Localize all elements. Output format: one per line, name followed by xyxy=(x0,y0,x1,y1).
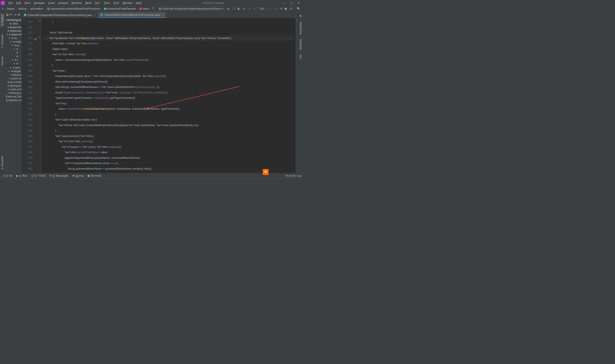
event-log-icon: ◔ xyxy=(285,174,288,177)
tool-tab-database[interactable]: Database xyxy=(299,38,303,51)
git-revert-icon[interactable]: ▣ xyxy=(284,7,287,10)
gear-icon[interactable]: ⚙ xyxy=(18,13,20,16)
tree-node[interactable]: ▾■ xyxy=(5,47,22,51)
left-tool-strip: 1: Project7: StructureCommit2: Favorites xyxy=(0,12,5,173)
menu-analyze[interactable]: Analyze xyxy=(57,1,70,5)
minimize-icon[interactable]: — xyxy=(283,1,285,4)
error-stripe[interactable]: ✓ xyxy=(295,18,298,173)
menu-build[interactable]: Build xyxy=(84,1,93,5)
menu-file[interactable]: File xyxy=(7,1,14,5)
code-content[interactable]: } "anno">@Override "kw">protected "kw">v… xyxy=(41,18,295,173)
tree-node[interactable]: ■.idea xyxy=(5,22,22,26)
breadcrumb-item[interactable]: beans xyxy=(6,7,18,11)
tree-node[interactable]: ■ xyxy=(5,54,22,58)
bottom-tool-todo[interactable]: ☑6: TODO xyxy=(31,174,46,177)
tree-node[interactable]: mpom.xml xyxy=(5,88,22,91)
chevron-down-icon[interactable]: ▾ xyxy=(15,13,16,16)
tree-node[interactable]: ▸■test xyxy=(5,66,22,69)
tree-node[interactable]: ■ xyxy=(5,51,22,54)
tree-node[interactable]: External Libra xyxy=(5,95,22,98)
bottom-tool-terminal[interactable]: ▣Terminal xyxy=(87,174,101,177)
menu-edit[interactable]: Edit xyxy=(15,1,22,5)
tree-node[interactable]: ▾■dependen xyxy=(5,33,22,36)
menu-refactor[interactable]: Refactor xyxy=(70,1,83,5)
git-update-icon[interactable]: ↙ xyxy=(275,7,278,10)
menu-vcs[interactable]: VCS xyxy=(112,1,121,5)
coverage-icon[interactable]: ◧ xyxy=(237,7,241,11)
tree-node[interactable]: ▪depenc xyxy=(5,73,22,77)
menu-code[interactable]: Code xyxy=(47,1,56,5)
close-tab-icon[interactable]: × xyxy=(162,13,164,16)
menu-tools[interactable]: Tools xyxy=(102,1,111,5)
menu-window[interactable]: Window xyxy=(121,1,134,5)
editor-tab[interactable]: ExternalConfigurationDependencySourceDem… xyxy=(22,12,98,18)
tree-node[interactable]: ▾thinking-in-s xyxy=(5,18,22,22)
close-tab-icon[interactable]: × xyxy=(94,13,96,17)
bottom-tool-spring[interactable]: ❀Spring xyxy=(72,174,84,177)
run-config-label: ExternalConfigurationDependencySourceDem… xyxy=(162,7,221,10)
tree-node[interactable]: ■spring-be xyxy=(5,84,22,88)
git-push-icon[interactable]: ✓ xyxy=(271,7,273,10)
navigation-bar: kbeansfactoryannotation AutowiredAnnotat… xyxy=(0,6,303,12)
status-bar: ▢ Build completed successfully in 1 s 60… xyxy=(0,178,303,179)
event-log-button[interactable]: ◔ Event Log xyxy=(285,174,301,177)
breadcrumb-item[interactable]: factory xyxy=(18,7,30,11)
breadcrumb-item[interactable]: inject xyxy=(139,7,150,11)
run-config-selector[interactable]: ExternalConfigurationDependencySourceDem… xyxy=(157,6,225,11)
bottom-tool-messages[interactable]: ✉0: Messages xyxy=(50,174,68,177)
tool-tab-m[interactable]: m xyxy=(299,13,303,18)
tree-node[interactable]: ▾■main xyxy=(5,40,22,43)
tree-node[interactable]: mpom.xm xyxy=(5,77,22,80)
tool-tab-ant[interactable]: Ant xyxy=(299,53,303,60)
breadcrumb-item[interactable]: AutowiredFieldElement xyxy=(103,7,139,11)
search-icon[interactable]: 🔍 xyxy=(297,7,300,10)
tree-node[interactable]: ▪thinking-ir xyxy=(5,91,22,95)
tree-node[interactable]: ▾■ xyxy=(5,62,22,65)
ime-badge[interactable]: 中 xyxy=(263,169,269,175)
editor-tabs: ExternalConfigurationDependencySourceDem… xyxy=(22,12,298,18)
attach-icon[interactable]: ⋯ xyxy=(247,7,251,11)
tool-tab-project[interactable]: 1: Project xyxy=(0,13,4,27)
tool-tab-commit[interactable]: Commit xyxy=(0,55,4,67)
tree-node[interactable]: ■ioc-contai xyxy=(5,80,22,84)
menu-navigate[interactable]: Navigate xyxy=(32,1,46,5)
run-icon[interactable]: ▶ xyxy=(227,7,230,11)
vcs-toolbar: Git: ✓ ✓ ↙ ↺ ▣ ⎇ 🔍 xyxy=(256,7,302,11)
git-commit-icon[interactable]: ✓ xyxy=(267,7,269,10)
code-editor[interactable]: 624625626627◉↑62862963063163263363463563… xyxy=(22,18,298,173)
tree-node[interactable]: Scratches and xyxy=(5,98,22,102)
fold-column[interactable]: ⊟⊟ xyxy=(38,18,41,173)
bottom-tool-git[interactable]: ⎇9: Git xyxy=(2,174,12,177)
git-history-icon[interactable]: ↺ xyxy=(280,7,282,10)
close-icon[interactable]: ✕ xyxy=(297,1,300,4)
project-tree[interactable]: ▾thinking-in-s■.idea■dependen■dependen▾■… xyxy=(5,18,22,173)
git-branch-icon[interactable]: ⎇ xyxy=(289,7,292,10)
tree-node[interactable]: ■dependen xyxy=(5,29,22,33)
menu-view[interactable]: View xyxy=(23,1,32,5)
stop-icon[interactable]: ■ xyxy=(253,7,256,11)
tree-node[interactable]: ▾■ja xyxy=(5,43,22,47)
inspection-ok-icon: ✓ xyxy=(295,19,298,22)
tool-tab-favorites[interactable]: 2: Favorites xyxy=(0,155,4,171)
maximize-icon[interactable]: ▢ xyxy=(290,1,293,4)
editor-tab[interactable]: AutowiredAnnotationBeanPostProcessor.jav… xyxy=(98,12,166,18)
bottom-tool-run[interactable]: ▶4: Run xyxy=(16,174,27,177)
menu-run[interactable]: Run xyxy=(94,1,102,5)
menu-help[interactable]: Help xyxy=(134,1,143,5)
tree-node[interactable]: ▸■target xyxy=(5,69,22,73)
tree-node[interactable]: ▾■r xyxy=(5,58,22,62)
profile-icon[interactable]: ⟳ xyxy=(242,7,246,11)
project-view-icon[interactable]: ▤ xyxy=(6,13,9,16)
breadcrumb-item[interactable]: k xyxy=(1,7,6,11)
editor-area: ExternalConfigurationDependencySourceDem… xyxy=(22,12,298,173)
tree-node[interactable]: ■dependen xyxy=(5,26,22,29)
debug-icon[interactable]: 🐞 xyxy=(232,7,236,11)
bottom-tool-bar: ⎇9: Git▶4: Run☑6: TODO✉0: Messages❀Sprin… xyxy=(0,173,303,178)
breadcrumb-item[interactable]: AutowiredAnnotationBeanPostProcessor xyxy=(46,7,103,11)
tree-node[interactable]: ▾■src xyxy=(5,36,22,40)
breadcrumb-item[interactable]: annotation xyxy=(30,7,46,11)
project-view-label[interactable]: P... xyxy=(10,13,14,16)
tool-tab-restfultool[interactable]: RestfulTool xyxy=(299,21,303,36)
tool-tab-structure[interactable]: 7: Structure xyxy=(0,33,4,49)
hammer-icon[interactable]: 🔨 xyxy=(152,7,155,11)
